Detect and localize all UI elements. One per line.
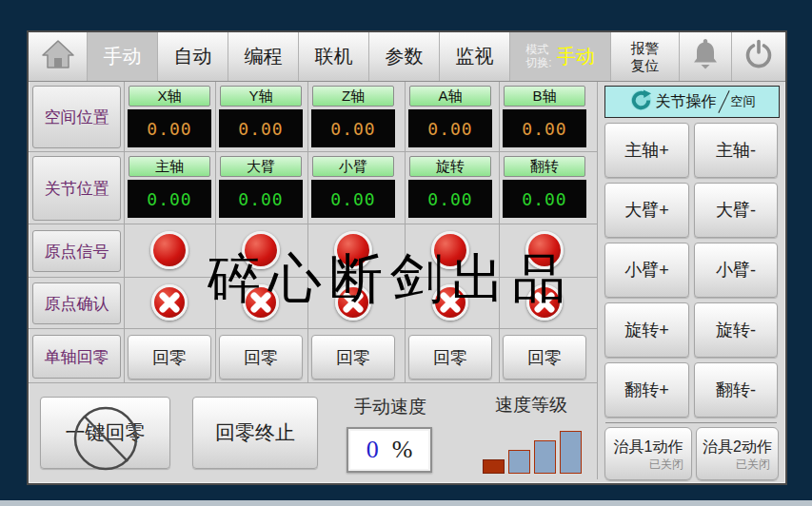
jog-rotate-plus-button[interactable]: 旋转+ xyxy=(604,302,689,358)
position-grid: 空间位置 关节位置 原点信号 原点确认 单轴回零 X轴 0.00 主轴 0.00… xyxy=(29,82,597,382)
home-axis-button[interactable]: 回零 xyxy=(503,335,586,380)
red-led-icon xyxy=(431,231,469,269)
alarm-bell-button[interactable] xyxy=(680,32,732,81)
fixture-1-label: 治具1动作 xyxy=(614,439,683,455)
axis-column-y: Y轴 0.00 大臂 0.00 回零 xyxy=(217,82,305,382)
fixture-2-status: 已关闭 xyxy=(736,458,770,470)
joint-axis-value: 0.00 xyxy=(219,180,303,218)
tab-label: 手动 xyxy=(104,44,142,69)
joint-axis-header: 旋转 xyxy=(409,156,491,177)
tab-program[interactable]: 编程 xyxy=(228,32,299,81)
alarm-reset-button[interactable]: 报警 复位 xyxy=(611,32,680,81)
bell-icon xyxy=(691,38,720,75)
red-x-icon xyxy=(526,284,563,321)
jog-spindle-plus-button[interactable]: 主轴+ xyxy=(604,123,689,178)
joint-axis-header: 主轴 xyxy=(129,156,210,177)
tab-manual[interactable]: 手动 xyxy=(88,32,158,81)
space-axis-value: 0.00 xyxy=(311,109,395,147)
tab-label: 监视 xyxy=(456,44,494,69)
space-axis-header: Y轴 xyxy=(220,86,302,107)
toggle-slash xyxy=(718,90,729,113)
tab-online[interactable]: 联机 xyxy=(299,32,369,81)
speed-level-bars[interactable] xyxy=(483,431,582,474)
jog-smallarm-minus-button[interactable]: 小臂- xyxy=(694,243,778,298)
space-axis-value: 0.00 xyxy=(128,109,211,147)
joint-axis-header: 小臂 xyxy=(312,156,394,177)
joint-axis-value: 0.00 xyxy=(311,180,395,218)
tab-label: 编程 xyxy=(245,44,283,69)
mode-switch-label: 模式 切换: xyxy=(525,44,551,70)
red-led-icon xyxy=(242,231,280,269)
joint-axis-value: 0.00 xyxy=(503,180,586,218)
axis-column-z: Z轴 0.00 小臂 0.00 回零 xyxy=(309,82,397,382)
space-axis-header: B轴 xyxy=(504,86,585,107)
red-led-icon xyxy=(334,231,372,269)
speed-level-label: 速度等级 xyxy=(474,393,588,418)
axis-column-x: X轴 0.00 主轴 0.00 回零 xyxy=(126,82,213,382)
speed-value: 0 xyxy=(366,436,379,464)
red-x-icon xyxy=(151,284,188,321)
jog-bigarm-plus-button[interactable]: 大臂+ xyxy=(604,183,689,238)
jog-spindle-minus-button[interactable]: 主轴- xyxy=(694,123,778,178)
red-x-icon xyxy=(335,284,371,321)
one-key-home-button[interactable]: 一键回零 xyxy=(40,397,170,469)
toggle-primary-label: 关节操作 xyxy=(656,92,717,112)
fixture-2-action-button[interactable]: 治具2动作 已关闭 xyxy=(696,427,779,480)
grid-divider xyxy=(499,82,500,382)
space-axis-header: A轴 xyxy=(409,86,491,107)
home-axis-button[interactable]: 回零 xyxy=(311,335,395,380)
axis-column-b: B轴 0.00 翻转 0.00 回零 xyxy=(501,82,588,382)
space-axis-value: 0.00 xyxy=(408,109,492,147)
grid-divider xyxy=(124,82,125,382)
one-key-home-label: 一键回零 xyxy=(66,419,146,446)
space-axis-value: 0.00 xyxy=(219,109,303,147)
hmi-window: 手动 自动 编程 联机 参数 监视 模式 切换: 手动 报警 复位 xyxy=(27,30,787,485)
space-axis-header: X轴 xyxy=(129,86,210,107)
joint-axis-value: 0.00 xyxy=(408,180,492,218)
mode-current-value: 手动 xyxy=(557,44,595,69)
tab-label: 联机 xyxy=(315,44,353,69)
manual-speed-display[interactable]: 0 % xyxy=(347,427,432,473)
red-x-icon xyxy=(243,284,279,321)
space-position-label: 空间位置 xyxy=(32,86,121,148)
home-axis-button[interactable]: 回零 xyxy=(128,335,211,380)
red-x-icon xyxy=(432,284,468,321)
joint-axis-header: 翻转 xyxy=(504,156,585,177)
home-abort-label: 回零终止 xyxy=(215,419,295,446)
jog-bigarm-minus-button[interactable]: 大臂- xyxy=(694,183,778,238)
joint-space-toggle-button[interactable]: 关节操作 空间 xyxy=(604,86,780,118)
home-abort-button[interactable]: 回零终止 xyxy=(192,397,318,469)
jog-rotate-minus-button[interactable]: 旋转- xyxy=(694,302,778,358)
screen-bottom-strip xyxy=(0,500,812,506)
refresh-arrows-icon xyxy=(629,88,653,116)
top-nav-bar: 手动 自动 编程 联机 参数 监视 模式 切换: 手动 报警 复位 xyxy=(29,32,785,82)
toggle-secondary-label: 空间 xyxy=(731,93,756,110)
tab-auto[interactable]: 自动 xyxy=(158,32,228,81)
fixture-1-action-button[interactable]: 治具1动作 已关闭 xyxy=(604,427,692,480)
home-axis-button[interactable]: 回零 xyxy=(219,335,303,380)
red-led-icon xyxy=(525,231,564,269)
jog-smallarm-plus-button[interactable]: 小臂+ xyxy=(604,243,689,298)
home-button[interactable] xyxy=(29,32,88,81)
speed-bar-3 xyxy=(534,440,556,474)
home-icon xyxy=(41,39,75,74)
alarm-reset-label: 报警 复位 xyxy=(631,40,660,74)
jog-flip-plus-button[interactable]: 翻转+ xyxy=(604,362,689,418)
speed-bar-2 xyxy=(508,450,530,474)
jog-panel: 关节操作 空间 主轴+ 主轴- 大臂+ 大臂- 小臂+ 小臂- 旋转+ 旋转- … xyxy=(597,82,785,479)
fixture-1-status: 已关闭 xyxy=(649,458,683,470)
mode-switch-button[interactable]: 模式 切换: 手动 xyxy=(510,32,611,81)
fixture-2-label: 治具2动作 xyxy=(703,439,772,455)
power-button[interactable] xyxy=(732,32,785,81)
origin-signal-label: 原点信号 xyxy=(32,230,121,272)
speed-unit: % xyxy=(392,436,413,464)
panel-divider xyxy=(605,422,777,423)
jog-flip-minus-button[interactable]: 翻转- xyxy=(694,362,778,418)
tab-parameters[interactable]: 参数 xyxy=(369,32,440,81)
grid-divider xyxy=(405,82,406,382)
space-axis-header: Z轴 xyxy=(312,86,394,107)
axis-column-a: A轴 0.00 旋转 0.00 回零 xyxy=(406,82,494,382)
home-axis-button[interactable]: 回零 xyxy=(408,335,492,380)
tab-monitor[interactable]: 监视 xyxy=(440,32,510,81)
speed-bar-1 xyxy=(483,459,505,474)
